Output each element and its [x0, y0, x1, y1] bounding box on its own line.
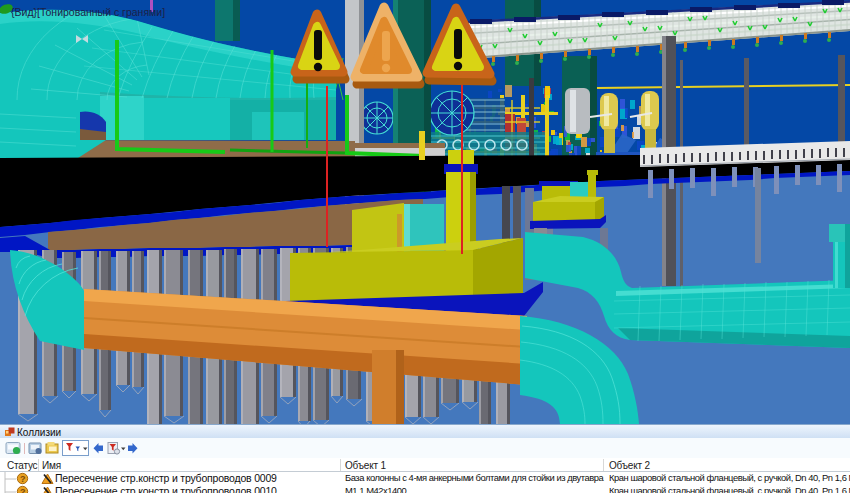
svg-text:?: ?	[20, 474, 26, 484]
svg-text:?: ?	[20, 487, 26, 493]
svg-text:{Вид}[Тонированный с гранями]: {Вид}[Тонированный с гранями]	[11, 6, 165, 18]
